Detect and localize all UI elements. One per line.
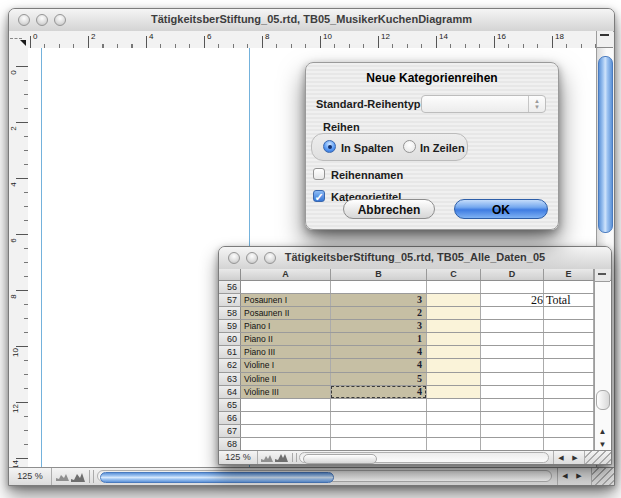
cell-e-62[interactable] [544,359,594,371]
radio-in-columns[interactable] [323,140,336,153]
main-zoom-control[interactable]: 125 % [9,468,52,485]
cell-c-61[interactable] [427,346,481,358]
column-header-A[interactable]: A [241,269,331,280]
stepper-arrows-icon[interactable]: ▲▼ [528,96,545,112]
cell-b-56[interactable] [331,281,427,293]
cell-c-59[interactable] [427,320,481,332]
cell-d-62[interactable] [481,359,544,371]
cell-c-57[interactable] [427,294,481,306]
cell-b-66[interactable] [331,412,427,424]
cell-b-61[interactable]: 4 [331,346,427,358]
cell-b-63[interactable]: 5 [331,373,427,385]
cell-num-59[interactable]: 59 [219,320,241,332]
sheet-window-titlebar[interactable]: TätigkeitsberStiftung_05.rtd, TB05_Alle_… [219,247,611,270]
cell-a-67[interactable] [241,425,331,437]
cell-e-64[interactable] [544,386,594,398]
cell-b-67[interactable] [331,425,427,437]
cell-num-68[interactable]: 68 [219,438,241,450]
cell-b-60[interactable]: 1 [331,333,427,345]
cell-d-65[interactable] [481,399,544,411]
cell-c-63[interactable] [427,373,481,385]
radio-in-rows-label[interactable]: In Zeilen [420,142,465,154]
cell-d-57[interactable]: 26 [481,294,544,306]
cell-e-65[interactable] [544,399,594,411]
cell-a-61[interactable]: Piano III [241,346,331,358]
cell-e-58[interactable] [544,307,594,319]
sheet-split-box[interactable] [595,269,610,282]
cell-c-56[interactable] [427,281,481,293]
column-header-B[interactable]: B [331,269,427,280]
sheet-large-chart-icon[interactable] [275,453,288,462]
cell-e-67[interactable] [544,425,594,437]
ruler-split-box[interactable] [596,31,613,48]
cell-b-57[interactable]: 3 [331,294,427,306]
checkbox-category-title[interactable]: ✓ [313,190,325,202]
cell-c-58[interactable] [427,307,481,319]
cell-c-62[interactable] [427,359,481,371]
sheet-horizontal-scrollbar[interactable] [299,452,549,463]
cell-b-59[interactable]: 3 [331,320,427,332]
cell-a-63[interactable]: Violine II [241,373,331,385]
scroll-left-arrow[interactable]: ◀ [557,468,572,485]
cell-a-65[interactable] [241,399,331,411]
sheet-scroll-left-arrow[interactable]: ◀ [553,451,568,464]
cell-a-58[interactable]: Posaunen II [241,307,331,319]
cell-e-63[interactable] [544,373,594,385]
cell-e-59[interactable] [544,320,594,332]
main-hscroll-thumb[interactable] [100,472,334,483]
cell-num-63[interactable]: 63 [219,373,241,385]
cell-d-56[interactable] [481,281,544,293]
checkbox-series-names-label[interactable]: Reihennamen [331,169,403,181]
cell-b-65[interactable] [331,399,427,411]
bar-separator[interactable] [89,470,94,483]
cell-num-60[interactable]: 60 [219,333,241,345]
cell-num-67[interactable]: 67 [219,425,241,437]
cell-a-60[interactable]: Piano II [241,333,331,345]
cell-c-67[interactable] [427,425,481,437]
cell-d-64[interactable] [481,386,544,398]
cell-d-59[interactable] [481,320,544,332]
main-resize-grip[interactable] [591,468,614,485]
ok-button[interactable]: OK [454,199,548,219]
cell-num-61[interactable]: 61 [219,346,241,358]
cell-a-59[interactable]: Piano I [241,320,331,332]
scroll-up-arrow[interactable]: ▲ [595,425,610,438]
sheet-vertical-scrollbar[interactable]: ▲ ▼ [594,269,610,451]
checkbox-series-names[interactable] [313,168,325,180]
cell-num-66[interactable]: 66 [219,412,241,424]
cell-c-60[interactable] [427,333,481,345]
radio-in-columns-label[interactable]: In Spalten [341,142,394,154]
cell-d-63[interactable] [481,373,544,385]
cell-b-68[interactable] [331,438,427,450]
ruler-origin-box[interactable] [9,31,29,49]
sheet-vscroll-thumb[interactable] [596,390,610,410]
cell-d-67[interactable] [481,425,544,437]
cell-e-66[interactable] [544,412,594,424]
sheet-bar-separator[interactable] [292,453,297,462]
cell-e-60[interactable] [544,333,594,345]
cell-a-64[interactable]: Violine III [241,386,331,398]
main-vscroll-thumb[interactable] [598,56,613,233]
cell-num-65[interactable]: 65 [219,399,241,411]
sheet-scroll-right-arrow[interactable]: ▶ [568,451,582,464]
column-header-D[interactable]: D [481,269,544,280]
sheet-resize-grip[interactable] [584,451,611,464]
main-window-titlebar[interactable]: TätigkeitsberStiftung_05.rtd, TB05_Musik… [9,9,614,32]
cell-a-62[interactable]: Violine I [241,359,331,371]
cell-d-58[interactable] [481,307,544,319]
cell-c-65[interactable] [427,399,481,411]
cell-a-56[interactable] [241,281,331,293]
cell-d-60[interactable] [481,333,544,345]
cell-e-68[interactable] [544,438,594,450]
cell-c-64[interactable] [427,386,481,398]
cell-b-58[interactable]: 2 [331,307,427,319]
sheet-small-chart-icon[interactable] [261,454,273,462]
cell-a-68[interactable] [241,438,331,450]
series-type-popup[interactable]: ▲▼ [421,95,546,113]
sheet-hscroll-thumb[interactable] [303,454,377,464]
cell-c-68[interactable] [427,438,481,450]
cell-b-62[interactable]: 4 [331,359,427,371]
cell-d-61[interactable] [481,346,544,358]
sheet-zoom-control[interactable]: 125 % [219,451,258,464]
cell-a-57[interactable]: Posaunen I [241,294,331,306]
